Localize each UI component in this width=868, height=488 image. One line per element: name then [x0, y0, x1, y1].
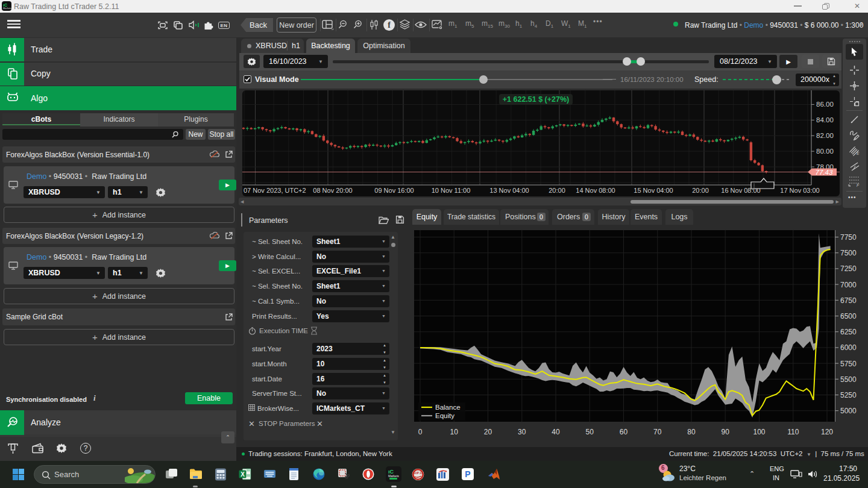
svg-text:100: 100	[753, 428, 765, 436]
svg-text:50: 50	[586, 428, 594, 436]
svg-text:5000: 5000	[840, 407, 857, 415]
svg-text:20:00: 20:00	[549, 187, 565, 194]
svg-text:P: P	[465, 469, 470, 479]
svg-text:20:00: 20:00	[692, 187, 709, 194]
svg-text:60: 60	[620, 428, 628, 436]
svg-text:X: X	[241, 471, 245, 478]
svg-text:77.43: 77.43	[816, 169, 833, 176]
svg-text:07 Nov 2023, UTC+2: 07 Nov 2023, UTC+2	[244, 187, 306, 194]
svg-text:7750: 7750	[840, 233, 857, 242]
svg-text:80: 80	[687, 428, 696, 436]
svg-text:14 Nov 08:00: 14 Nov 08:00	[576, 187, 615, 194]
svg-text:40: 40	[552, 428, 560, 436]
svg-text:7000: 7000	[840, 281, 857, 289]
svg-text:09 Nov 16:00: 09 Nov 16:00	[374, 187, 414, 194]
svg-text:17 Nov 03:00: 17 Nov 03:00	[780, 187, 819, 194]
svg-text:E: E	[857, 151, 860, 155]
svg-text:90: 90	[722, 428, 730, 436]
svg-text:6500: 6500	[840, 312, 857, 321]
svg-text:86.00: 86.00	[816, 101, 834, 108]
svg-text:Balance: Balance	[435, 404, 461, 411]
svg-text:Equity: Equity	[435, 412, 454, 419]
svg-text:6750: 6750	[840, 296, 857, 305]
svg-text:F: F	[857, 183, 860, 187]
svg-text:10 Nov 11:00: 10 Nov 11:00	[432, 187, 471, 194]
svg-text:84.00: 84.00	[816, 116, 834, 124]
svg-text:+1 622.51 $ (+27%): +1 622.51 $ (+27%)	[503, 95, 570, 104]
svg-text:5500: 5500	[840, 375, 857, 384]
svg-text:110: 110	[787, 428, 799, 436]
svg-text:120: 120	[821, 428, 833, 436]
svg-text:7250: 7250	[840, 264, 857, 273]
svg-text:30: 30	[518, 428, 526, 436]
svg-text:08 Nov 20:00: 08 Nov 20:00	[313, 187, 352, 194]
svg-text:SUP 23: SUP 23	[414, 472, 423, 475]
svg-text:10: 10	[450, 428, 459, 436]
svg-text:0: 0	[418, 428, 423, 436]
svg-text:6250: 6250	[840, 328, 857, 336]
svg-text:20: 20	[484, 428, 492, 436]
svg-text:15 Nov 04:00: 15 Nov 04:00	[634, 187, 673, 194]
svg-text:80.00: 80.00	[816, 148, 834, 155]
svg-text:13 Nov 04:00: 13 Nov 04:00	[489, 187, 529, 194]
svg-text:7500: 7500	[840, 249, 857, 257]
svg-text:5750: 5750	[840, 360, 857, 368]
svg-text:6000: 6000	[840, 343, 857, 352]
svg-text:82.00: 82.00	[816, 132, 834, 139]
svg-text:70: 70	[653, 428, 662, 436]
svg-text:5250: 5250	[840, 391, 857, 399]
